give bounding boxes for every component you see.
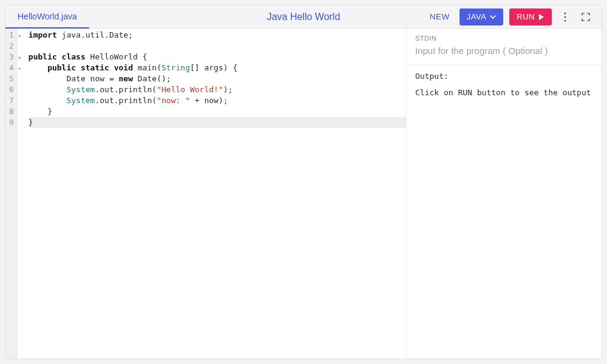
code-line[interactable] <box>29 41 406 52</box>
svg-point-1 <box>564 16 566 18</box>
output-text: Click on RUN button to see the output <box>415 88 593 97</box>
more-menu-button[interactable] <box>558 10 572 24</box>
file-tab-label: HelloWorld.java <box>18 12 77 21</box>
line-number: 7 <box>9 95 14 106</box>
file-tab[interactable]: HelloWorld.java <box>5 6 89 29</box>
toolbar-right: NEW JAVA RUN <box>430 8 602 25</box>
run-label: RUN <box>517 12 535 21</box>
code-line[interactable]: } <box>29 106 406 117</box>
code-line[interactable]: import java.util.Date; <box>29 30 406 41</box>
code-editor[interactable]: 1▾23▾4▾56789 import java.util.Date; publ… <box>5 29 406 359</box>
line-number: 4▾ <box>9 62 14 73</box>
line-number: 5 <box>9 73 14 84</box>
code-line[interactable]: } <box>29 117 406 128</box>
app-frame: HelloWorld.java Java Hello World NEW JAV… <box>5 5 602 359</box>
code-line[interactable]: System.out.println("now: " + now); <box>29 95 406 106</box>
stdin-label: STDIN <box>415 35 593 42</box>
code-line[interactable]: public class HelloWorld { <box>29 52 406 62</box>
play-icon <box>538 14 544 20</box>
svg-point-0 <box>564 12 566 14</box>
code-line[interactable]: System.out.println("Hello World!"); <box>29 84 406 95</box>
chevron-down-icon <box>490 15 496 19</box>
stdin-input[interactable] <box>415 46 593 56</box>
line-number: 8 <box>9 106 14 117</box>
kebab-icon <box>564 12 566 22</box>
svg-point-2 <box>564 19 566 21</box>
output-block: Output: Click on RUN button to see the o… <box>407 66 602 359</box>
line-number: 9 <box>9 117 14 128</box>
line-number: 1▾ <box>9 30 14 41</box>
code-line[interactable]: public static void main(String[] args) { <box>29 62 406 73</box>
line-number: 6 <box>9 84 14 95</box>
run-button[interactable]: RUN <box>509 8 552 25</box>
line-number: 3▾ <box>9 52 14 62</box>
side-panel: STDIN Output: Click on RUN button to see… <box>406 29 602 359</box>
fullscreen-button[interactable] <box>578 10 593 24</box>
new-button[interactable]: NEW <box>430 12 450 21</box>
main-area: 1▾23▾4▾56789 import java.util.Date; publ… <box>5 29 602 359</box>
code-line[interactable]: Date now = new Date(); <box>29 73 406 84</box>
stdin-block: STDIN <box>407 29 602 66</box>
output-label: Output: <box>415 72 593 81</box>
line-number: 2 <box>9 41 14 52</box>
fullscreen-icon <box>582 13 590 21</box>
language-select-button[interactable]: JAVA <box>459 8 504 25</box>
toolbar: HelloWorld.java Java Hello World NEW JAV… <box>5 5 602 29</box>
line-gutter: 1▾23▾4▾56789 <box>5 29 18 359</box>
language-label: JAVA <box>467 12 487 21</box>
code-area[interactable]: import java.util.Date; public class Hell… <box>18 29 406 359</box>
